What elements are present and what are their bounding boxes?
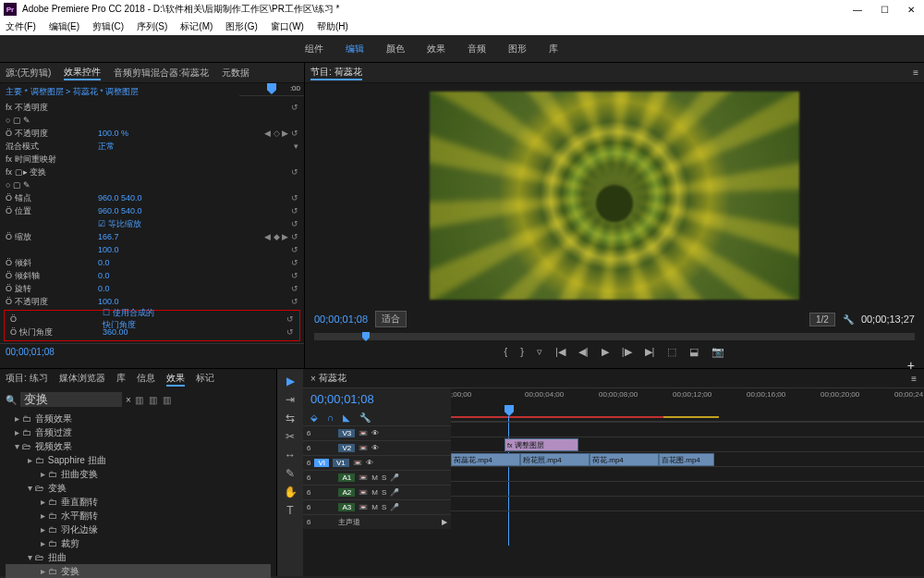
track-output[interactable]: 📼 (359, 473, 368, 482)
property-value[interactable]: ☑ 等比缩放 (98, 218, 153, 230)
keyframe-controls[interactable]: ◀ ◆ ▶ ↺ (264, 232, 298, 241)
video-clip[interactable]: 荷花.mp4 (590, 453, 659, 466)
maximize-button[interactable]: ☐ (881, 5, 889, 15)
pen-tool[interactable]: ✎ (286, 467, 295, 480)
export-frame-button[interactable]: 📷 (711, 346, 724, 358)
panel-tab[interactable]: 项目: 练习 (6, 372, 48, 387)
keyframe-controls[interactable]: ↺ (291, 284, 298, 293)
program-title[interactable]: 节目: 荷蕊花 (310, 66, 362, 80)
lift-button[interactable]: ⬚ (667, 346, 676, 358)
track-lane[interactable] (451, 510, 924, 525)
tree-item[interactable]: ▸ 🗀音频效果 (6, 412, 271, 425)
track-output[interactable]: 📼 (359, 488, 368, 497)
menu-item[interactable]: 剪辑(C) (92, 20, 124, 33)
type-tool[interactable]: T (286, 504, 293, 517)
master-track[interactable]: 6主声道▶ (303, 514, 451, 529)
keyframe-controls[interactable]: ↺ (291, 103, 298, 112)
clear-search[interactable]: × (126, 395, 131, 405)
track-toggle[interactable]: 6 (307, 429, 310, 437)
tree-item[interactable]: ▾ 🗁变换 (6, 481, 271, 495)
track-lane[interactable]: fx 调整图层 (451, 437, 924, 451)
marker-button[interactable]: ▿ (537, 346, 542, 358)
slip-tool[interactable]: ↔ (285, 449, 296, 461)
hand-tool[interactable]: ✋ (284, 486, 298, 498)
property-value[interactable]: 166.7 (98, 232, 153, 241)
video-clip[interactable]: 粉花照.mp4 (520, 453, 590, 466)
menu-item[interactable]: 窗口(W) (271, 20, 304, 33)
panel-tab[interactable]: 元数据 (222, 67, 249, 80)
property-value[interactable]: 0.0 (98, 271, 153, 280)
tree-item[interactable]: ▸ 🗀羽化边缘 (6, 523, 271, 536)
eye-icon[interactable]: 👁 (371, 429, 379, 437)
keyframe-controls[interactable]: ↺ (291, 219, 298, 228)
panel-menu-icon[interactable]: ≡ (913, 68, 918, 78)
go-out-button[interactable]: ▶| (645, 346, 655, 358)
zoom-dropdown[interactable]: 1/2 (809, 313, 835, 326)
keyframe-controls[interactable]: ↺ (286, 314, 294, 324)
tree-item[interactable]: ▸ 🗀垂直翻转 (6, 495, 271, 509)
tree-item[interactable]: ▾ 🗁视频效果 (6, 439, 271, 453)
track-output[interactable]: 📼 (359, 429, 368, 437)
tree-item[interactable]: ▸ 🗀变换 (6, 564, 271, 578)
menu-item[interactable]: 帮助(H) (317, 20, 348, 33)
tree-item[interactable]: ▸ 🗀裁剪 (6, 536, 271, 550)
property-value[interactable]: 960.0 540.0 (98, 206, 153, 215)
track-output[interactable]: 📼 (359, 503, 368, 511)
video-track-header[interactable]: 6V3📼👁 (303, 425, 451, 440)
property-value[interactable]: 360.00 (103, 327, 158, 337)
track-toggle[interactable]: 6 (307, 444, 310, 452)
keyframe-controls[interactable]: ↺ (291, 206, 298, 215)
panel-tab[interactable]: 媒体浏览器 (59, 372, 105, 387)
track-lane[interactable] (451, 466, 924, 481)
tree-item[interactable]: ▾ 🗁扭曲 (6, 550, 271, 564)
audio-track-header[interactable]: 6A2📼MS🎤 (303, 485, 451, 499)
fit-dropdown[interactable]: 适合 (375, 311, 407, 327)
link-icon[interactable]: ∩ (327, 412, 334, 423)
track-toggle[interactable]: 6 (307, 459, 310, 467)
minimize-button[interactable]: — (853, 5, 862, 15)
program-scrubber[interactable] (314, 333, 915, 340)
menu-item[interactable]: 标记(M) (180, 20, 213, 33)
track-output[interactable]: 📼 (359, 444, 368, 452)
fx-badge-icon[interactable]: ▥ (135, 395, 143, 405)
timeline-timecode[interactable]: 00;00;01;08 (303, 388, 451, 410)
selection-tool[interactable]: ▶ (286, 375, 295, 387)
fx-badge-icon[interactable]: ▥ (163, 395, 171, 405)
marker-icon[interactable]: ◣ (343, 412, 350, 423)
keyframe-controls[interactable]: ↺ (291, 167, 298, 177)
settings-icon[interactable]: 🔧 (359, 412, 371, 423)
menu-item[interactable]: 文件(F) (6, 20, 36, 33)
keyframe-controls[interactable]: ↺ (291, 245, 298, 254)
scrub-playhead[interactable] (362, 332, 370, 341)
audio-track-header[interactable]: 6A3📼MS🎤 (303, 499, 451, 514)
tree-item[interactable]: ▸ 🗀水平翻转 (6, 509, 271, 523)
keyframe-controls[interactable]: ↺ (291, 258, 298, 267)
track-lane[interactable]: 荷蕊花.mp4粉花照.mp4荷花.mp4百花图.mp4 (451, 451, 924, 466)
workspace-tab[interactable]: 库 (549, 43, 558, 55)
workspace-tab[interactable]: 编辑 (346, 43, 364, 55)
workspace-tab[interactable]: 图形 (508, 43, 527, 55)
keyframe-controls[interactable]: ↺ (291, 297, 298, 306)
workspace-tab[interactable]: 颜色 (386, 43, 405, 55)
track-toggle[interactable]: 6 (307, 488, 310, 497)
panel-tab[interactable]: 效果 (166, 372, 185, 387)
keyframe-controls[interactable]: ↺ (286, 327, 294, 337)
razor-tool[interactable]: ✂ (286, 430, 295, 443)
ec-playhead[interactable] (267, 83, 276, 94)
adjustment-clip[interactable]: fx 调整图层 (505, 438, 578, 451)
tree-item[interactable]: ▸ 🗀音频过渡 (6, 425, 271, 439)
panel-tab[interactable]: 效果控件 (64, 66, 101, 80)
menu-item[interactable]: 编辑(E) (49, 20, 79, 33)
track-output[interactable]: 📼 (353, 459, 362, 467)
keyframe-controls[interactable]: ↺ (291, 271, 298, 280)
button-editor[interactable]: + (907, 358, 915, 373)
property-value[interactable]: 100.0 (98, 245, 153, 254)
property-value[interactable]: 960.0 540.0 (98, 193, 153, 203)
ripple-tool[interactable]: ⇆ (286, 412, 295, 424)
panel-tab[interactable]: 音频剪辑混合器:荷蕊花 (114, 67, 209, 80)
mark-out-button[interactable]: } (520, 346, 524, 358)
keyframe-controls[interactable]: ▾ (294, 141, 298, 151)
keyframe-controls[interactable]: ↺ (291, 193, 298, 203)
wrench-icon[interactable]: 🔧 (843, 314, 854, 325)
property-value[interactable]: 100.0 % (98, 129, 153, 138)
